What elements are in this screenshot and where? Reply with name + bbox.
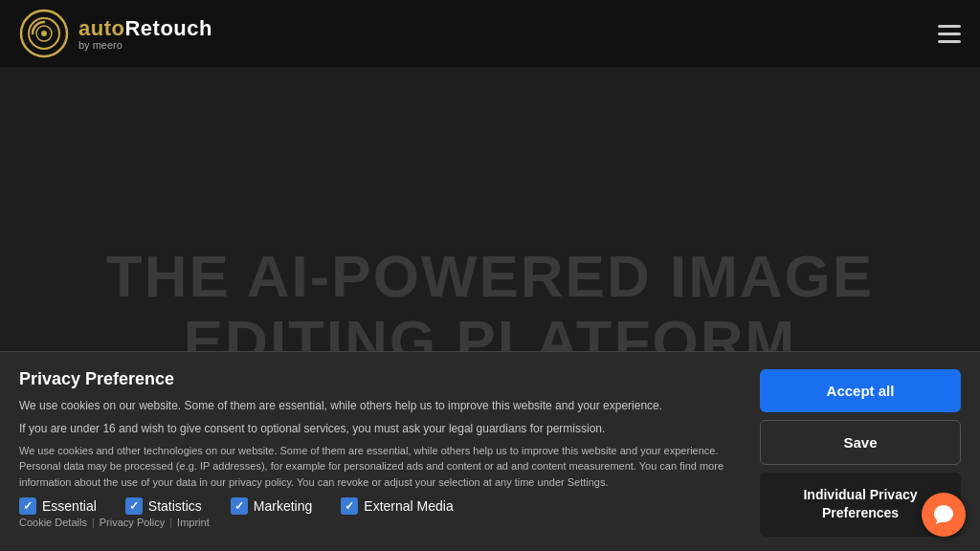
- svg-point-3: [41, 31, 47, 36]
- checkbox-essential-label: Essential: [42, 498, 97, 514]
- checkbox-statistics-label: Statistics: [148, 498, 202, 514]
- cookie-footer-links: Cookie Details | Privacy Policy | Imprin…: [19, 517, 741, 528]
- checkbox-marketing-box[interactable]: ✓: [231, 497, 248, 515]
- cookie-details-link[interactable]: Cookie Details: [19, 517, 87, 528]
- logo-icon: [19, 9, 69, 58]
- cookie-text-2: If you are under 16 and wish to give con…: [19, 420, 741, 437]
- logo-area: autoRetouch by meero: [19, 9, 212, 58]
- cookie-left: Privacy Preference We use cookies on our…: [19, 369, 741, 529]
- checkbox-essential[interactable]: ✓ Essential: [19, 497, 97, 515]
- logo-suffix: Retouch: [124, 16, 212, 40]
- checkbox-statistics[interactable]: ✓ Statistics: [125, 497, 202, 515]
- checkboxes-row: ✓ Essential ✓ Statistics ✓ Marketing: [19, 497, 741, 515]
- cookie-title: Privacy Preference: [19, 369, 741, 389]
- chat-icon: [932, 503, 955, 526]
- checkbox-essential-box[interactable]: ✓: [19, 497, 36, 515]
- checkbox-external-media[interactable]: ✓ External Media: [341, 497, 453, 515]
- checkbox-marketing[interactable]: ✓ Marketing: [231, 497, 312, 515]
- hamburger-menu[interactable]: [938, 25, 961, 43]
- logo-name: autoRetouch: [78, 16, 212, 41]
- chat-bubble-button[interactable]: [922, 493, 966, 537]
- privacy-policy-link[interactable]: Privacy Policy: [100, 517, 165, 528]
- checkbox-marketing-label: Marketing: [254, 498, 312, 514]
- imprint-link[interactable]: Imprint: [177, 517, 210, 528]
- cookie-text-3: We use cookies and other technologies on…: [19, 443, 741, 491]
- checkbox-external-media-label: External Media: [364, 498, 453, 514]
- cookie-inner: Privacy Preference We use cookies on our…: [19, 369, 961, 537]
- save-button[interactable]: Save: [760, 420, 961, 465]
- header: autoRetouch by meero: [0, 0, 980, 67]
- logo-sub: by meero: [78, 39, 212, 51]
- checkbox-external-media-box[interactable]: ✓: [341, 497, 358, 515]
- accept-all-button[interactable]: Accept all: [760, 369, 961, 412]
- cookie-text-1: We use cookies on our website. Some of t…: [19, 397, 741, 414]
- cookie-banner: Privacy Preference We use cookies on our…: [0, 351, 980, 551]
- logo-text: autoRetouch by meero: [78, 16, 212, 51]
- checkbox-statistics-box[interactable]: ✓: [125, 497, 143, 515]
- logo-prefix: auto: [78, 16, 124, 40]
